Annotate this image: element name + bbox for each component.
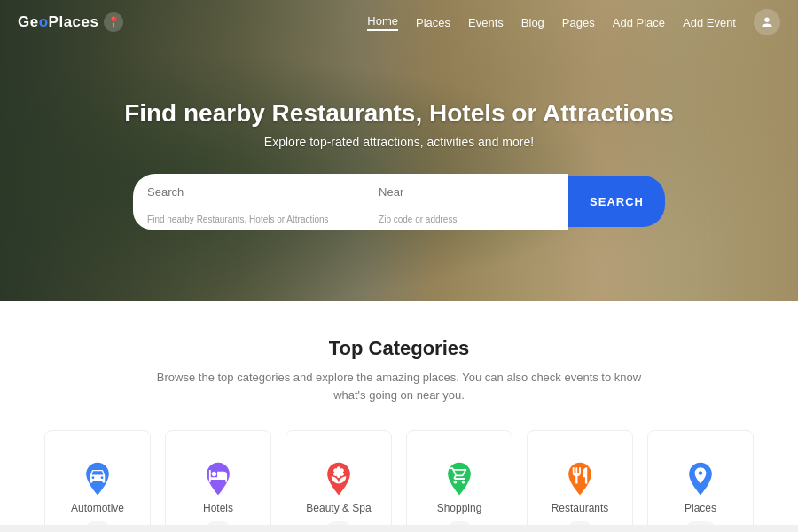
category-icon-hotel: [199, 449, 238, 495]
nav-item-places[interactable]: Places: [416, 16, 450, 29]
hero-section: Find nearby Restaurants, Hotels or Attra…: [0, 0, 798, 301]
logo[interactable]: GeoPlaces 📍: [18, 12, 123, 32]
category-icon-spa: [319, 449, 358, 495]
category-name: Hotels: [203, 502, 233, 514]
category-icon-restaurant: [560, 449, 599, 495]
nav-item-home[interactable]: Home: [367, 14, 398, 31]
search-input-wrapper: Find nearby Restaurants, Hotels or Attra…: [133, 174, 364, 230]
user-icon[interactable]: [754, 9, 780, 35]
header: GeoPlaces 📍 Home Places Events Blog Page…: [0, 0, 798, 44]
nav-item-events[interactable]: Events: [468, 16, 504, 29]
category-icon-car: [78, 449, 117, 495]
logo-text: GeoPlaces: [18, 13, 98, 31]
category-icon-shopping: [440, 449, 479, 495]
near-hint: Zip code or address: [364, 211, 568, 230]
categories-section: Top Categories Browse the top categories…: [0, 301, 798, 532]
categories-title: Top Categories: [18, 337, 780, 360]
search-input[interactable]: [133, 174, 364, 211]
category-card-shopping[interactable]: Shopping 8: [406, 430, 512, 532]
category-card-automotive[interactable]: Automotive 4: [44, 430, 151, 532]
category-card-hotels[interactable]: Hotels 4: [165, 430, 271, 532]
category-name: Automotive: [71, 502, 124, 514]
category-card-beauty-&-spa[interactable]: Beauty & Spa 4: [286, 430, 392, 532]
categories-description: Browse the top categories and explore th…: [18, 369, 780, 403]
footer-line: [0, 525, 798, 532]
hero-content: Find nearby Restaurants, Hotels or Attra…: [0, 0, 798, 301]
nav-item-pages[interactable]: Pages: [562, 16, 595, 29]
category-icon-place: [681, 449, 720, 495]
logo-pin-icon: 📍: [104, 12, 123, 32]
nav-item-blog[interactable]: Blog: [521, 16, 544, 29]
hero-title: Find nearby Restaurants, Hotels or Attra…: [124, 99, 674, 128]
category-name: Shopping: [437, 502, 482, 514]
search-button[interactable]: SEARCH: [568, 176, 665, 227]
near-input-wrapper: Zip code or address: [364, 174, 568, 230]
category-card-places[interactable]: Places 14: [647, 430, 754, 532]
category-name: Beauty & Spa: [306, 502, 371, 514]
nav-item-add-event[interactable]: Add Event: [683, 16, 736, 29]
category-name: Restaurants: [552, 502, 609, 514]
category-card-restaurants[interactable]: Restaurants 5: [527, 430, 633, 532]
category-name: Places: [685, 502, 716, 514]
nav-item-add-place[interactable]: Add Place: [613, 16, 665, 29]
main-nav: Home Places Events Blog Pages Add Place …: [367, 9, 780, 35]
search-bar: Find nearby Restaurants, Hotels or Attra…: [133, 174, 665, 230]
search-hint: Find nearby Restaurants, Hotels or Attra…: [133, 211, 364, 230]
near-input[interactable]: [364, 174, 568, 211]
hero-subtitle: Explore top-rated attractions, activitie…: [264, 135, 534, 149]
category-grid: Automotive 4 Hotels 4 Beauty & Spa 4: [18, 430, 780, 532]
